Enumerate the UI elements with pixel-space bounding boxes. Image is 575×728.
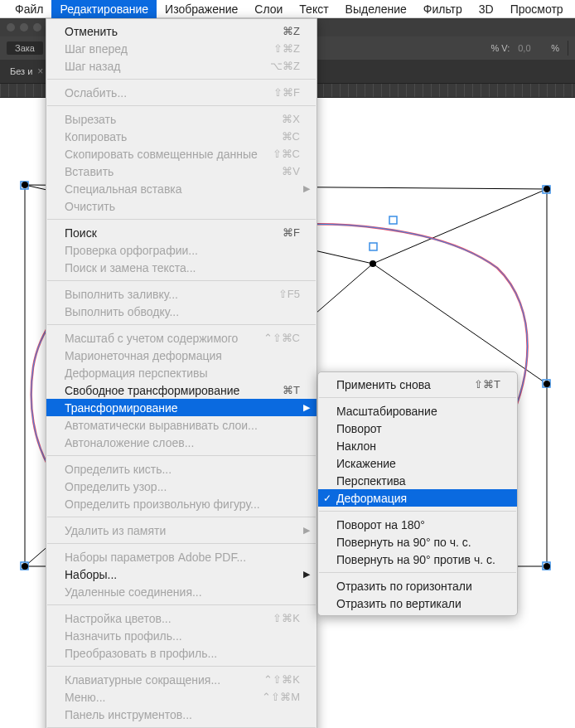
menu-item-label: Повернуть на 90° по ч. с. — [336, 536, 500, 549]
menu-item[interactable]: ✓Деформация — [318, 489, 517, 507]
menu-item[interactable]: Применить снова⇧⌘T — [318, 376, 517, 393]
menu-item-label: Шаг вперед — [65, 42, 273, 56]
menu-item: Клавиатурные сокращения...⌃⇧⌘K — [46, 671, 316, 688]
menu-item-label: Скопировать совмещенные данные — [65, 148, 273, 161]
menu-item[interactable]: Поворот — [318, 420, 517, 437]
menu-item-label: Преобразовать в профиль... — [65, 647, 300, 660]
menu-item: Преобразовать в профиль... — [46, 644, 316, 662]
menu-item-label: Вставить — [65, 165, 282, 178]
menu-item: Проверка орфографии... — [46, 241, 316, 259]
menu-item-label: Настройка цветов... — [65, 612, 273, 625]
menubar[interactable]: ФайлРедактированиеИзображениеСлоиТекстВы… — [0, 0, 575, 18]
close-icon[interactable]: × — [37, 66, 43, 77]
menu-item-label: Назначить профиль... — [65, 629, 300, 643]
menu-item[interactable]: Отменить⌘Z — [46, 22, 316, 40]
toolbar-field-value[interactable]: 0,0 — [518, 43, 543, 53]
menu-item[interactable]: Отразить по горизонтали — [318, 577, 517, 595]
menu-item[interactable]: Повернуть на 90° по ч. с. — [318, 533, 517, 551]
toolbar-field-label: % V: — [490, 43, 510, 53]
menu-item: Шаг вперед⇧⌘Z — [46, 40, 316, 57]
menubar-item[interactable]: 3D — [471, 0, 502, 18]
menu-item-label: Меню... — [65, 691, 262, 704]
menu-item-label: Поворот — [336, 422, 500, 435]
submenu-arrow-icon: ▶ — [303, 402, 310, 413]
menu-item-label: Очистить — [65, 200, 300, 213]
menu-item-label: Удалить из памяти — [65, 524, 300, 537]
menubar-item[interactable]: Фильтр — [415, 0, 471, 18]
menu-item-label: Масштабирование — [336, 405, 500, 418]
menu-item-label: Перспектива — [336, 474, 500, 488]
menu-separator — [319, 511, 516, 512]
menu-item[interactable]: Отразить по вертикали — [318, 595, 517, 612]
menu-item-shortcut: ⇧⌘C — [273, 148, 300, 160]
menu-item-label: Масштаб с учетом содержимого — [65, 332, 263, 345]
menu-item-shortcut: ⇧⌘F — [273, 86, 300, 99]
svg-line-5 — [373, 189, 547, 264]
menu-item-shortcut: ⌃⇧⌘C — [263, 332, 300, 344]
menu-item-label: Удаленные соединения... — [65, 585, 300, 599]
toolbar-button[interactable]: Зака — [7, 41, 43, 55]
menu-item[interactable]: Поиск⌘F — [46, 224, 316, 241]
svg-point-16 — [22, 182, 28, 188]
menu-item-label: Наборы параметров Adobe PDF... — [65, 551, 300, 564]
menu-item-label: Проверка орфографии... — [65, 244, 300, 257]
menubar-item[interactable]: Текст — [291, 0, 336, 18]
menu-item: Очистить — [46, 197, 316, 215]
menu-item: Удалить из памяти▶ — [46, 522, 316, 539]
menubar-item[interactable]: Редактирование — [51, 0, 157, 18]
menu-item-label: Выполнить заливку... — [65, 288, 278, 301]
menu-item-label: Свободное трансформирование — [65, 384, 283, 397]
menu-item: Определить произвольную фигуру... — [46, 495, 316, 512]
menu-separator — [47, 666, 316, 667]
menu-item-label: Клавиатурные сокращения... — [65, 673, 263, 687]
menu-item-label: Автоналожение слоев... — [65, 436, 300, 449]
menu-item[interactable]: Искажение — [318, 454, 517, 472]
menubar-item[interactable]: Файл — [7, 0, 51, 18]
menu-item-shortcut: ⌃⇧⌘M — [262, 691, 300, 703]
menu-item: Настройка цветов...⇧⌘K — [46, 609, 316, 627]
menu-item[interactable]: Трансформирование▶ — [46, 399, 316, 416]
menu-item[interactable]: Наклон — [318, 437, 517, 454]
menu-item: Меню...⌃⇧⌘M — [46, 688, 316, 706]
menubar-item[interactable]: Выделение — [337, 0, 415, 18]
menu-separator — [47, 324, 316, 325]
menu-item-label: Автоматически выравнивать слои... — [65, 419, 300, 432]
menu-item[interactable]: Свободное трансформирование⌘T — [46, 381, 316, 399]
menu-item-label: Наборы... — [65, 568, 300, 581]
menu-item[interactable]: Поворот на 180° — [318, 516, 517, 533]
menu-item-shortcut: ⌘F — [283, 226, 300, 239]
menu-item-label: Поворот на 180° — [336, 518, 500, 531]
menu-item[interactable]: Наборы...▶ — [46, 565, 316, 583]
traffic-max-icon[interactable] — [33, 23, 41, 32]
menubar-item[interactable]: Слои — [246, 0, 291, 18]
menu-item[interactable]: Повернуть на 90° против ч. с. — [318, 551, 517, 568]
menu-item-label: Марионеточная деформация — [65, 349, 300, 362]
menu-item-shortcut: ⌥⌘Z — [270, 60, 300, 72]
menu-separator — [47, 517, 316, 517]
transform-submenu[interactable]: Применить снова⇧⌘TМасштабированиеПоворот… — [317, 371, 518, 616]
menu-item: Поиск и замена текста... — [46, 259, 316, 276]
menu-item: Автоналожение слоев... — [46, 434, 316, 451]
menu-item-label: Искажение — [336, 457, 500, 470]
svg-point-17 — [544, 186, 550, 192]
menu-item: Марионеточная деформация — [46, 347, 316, 364]
menu-item[interactable]: Масштабирование — [318, 402, 517, 420]
menubar-item[interactable]: Изображение — [157, 0, 246, 18]
traffic-close-icon[interactable] — [7, 23, 15, 32]
menu-item-shortcut: ⌘V — [282, 165, 300, 177]
svg-point-18 — [22, 563, 28, 570]
menu-item-label: Отразить по горизонтали — [336, 580, 500, 593]
menu-item-label: Отменить — [65, 25, 283, 38]
menu-separator — [47, 105, 316, 106]
menu-item-shortcut: ⌘Z — [283, 25, 300, 37]
edit-menu[interactable]: Отменить⌘ZШаг вперед⇧⌘ZШаг назад⌥⌘ZОслаб… — [46, 18, 317, 728]
traffic-min-icon[interactable] — [20, 23, 28, 32]
menu-item-shortcut: ⇧⌘Z — [273, 42, 300, 55]
menu-item-label: Копировать — [65, 130, 282, 143]
menu-item: Вставить⌘V — [46, 163, 316, 180]
menu-separator — [47, 543, 316, 544]
menu-item-label: Определить узор... — [65, 480, 300, 493]
document-tab[interactable]: Без и× — [5, 60, 49, 83]
menubar-item[interactable]: Просмотр — [502, 0, 572, 18]
menu-item[interactable]: Перспектива — [318, 472, 517, 489]
